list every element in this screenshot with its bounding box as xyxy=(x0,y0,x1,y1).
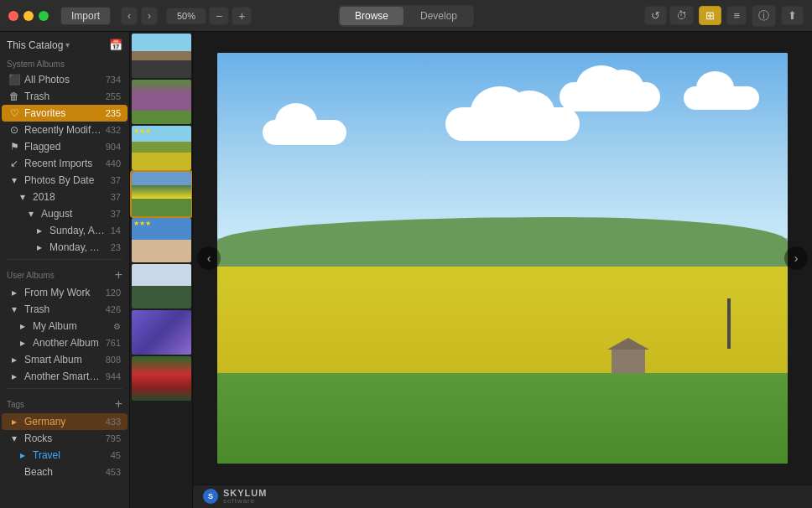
sidebar-item-recently-modified[interactable]: ⊙ Recently Modified 432 xyxy=(2,122,128,138)
favorites-label: Favorites xyxy=(24,107,102,119)
from-work-label: From My Work xyxy=(24,287,102,298)
view-tabs: Browse Develop xyxy=(338,5,474,27)
chevron-day2-icon: ▸ xyxy=(34,241,45,253)
forward-button[interactable]: › xyxy=(141,7,158,25)
flag-icon: ⚑ xyxy=(8,141,20,153)
sidebar-item-2018[interactable]: ▾ 2018 37 xyxy=(2,189,128,205)
photos-icon: ⬛ xyxy=(8,74,20,86)
minimize-button[interactable] xyxy=(23,11,34,21)
trash-system-label: Trash xyxy=(24,91,102,102)
photos-by-date-count: 37 xyxy=(111,175,121,185)
maximize-button[interactable] xyxy=(39,11,49,21)
sidebar-item-trash-system[interactable]: 🗑 Trash 255 xyxy=(2,88,128,105)
tab-develop[interactable]: Develop xyxy=(405,7,472,25)
catalog-dropdown[interactable]: This Catalog ▾ xyxy=(7,39,70,51)
germany-label: Germany xyxy=(24,416,102,428)
thumbnail-3[interactable]: ★★★ xyxy=(132,126,191,170)
undo-button[interactable]: ↺ xyxy=(644,6,667,25)
beach-count: 453 xyxy=(106,467,121,477)
calendar-icon[interactable]: 📅 xyxy=(109,39,122,51)
traffic-lights xyxy=(8,11,49,21)
sidebar-item-monday[interactable]: ▸ Monday, Aug 6 23 xyxy=(2,239,128,256)
tag-germany-icon: ▸ xyxy=(8,416,20,428)
thumbnail-2[interactable] xyxy=(132,80,191,124)
tab-browse[interactable]: Browse xyxy=(340,7,403,25)
sidebar-item-smart-album[interactable]: ▸ Smart Album 808 xyxy=(2,351,128,368)
recently-modified-label: Recently Modified xyxy=(24,124,102,136)
undo-redo-group: ↺ ⏱ xyxy=(644,6,694,25)
thumbnail-7[interactable] xyxy=(132,310,191,355)
divider-1 xyxy=(7,259,122,260)
sidebar-item-travel[interactable]: ▸ Travel 45 xyxy=(2,447,128,464)
chevron-right-icon: ▾ xyxy=(8,174,20,186)
trash-user-count: 426 xyxy=(106,304,121,314)
august-count: 37 xyxy=(111,209,121,219)
thumbnail-8[interactable] xyxy=(132,356,191,401)
grid-view-button[interactable]: ⊞ xyxy=(699,6,721,25)
germany-count: 433 xyxy=(106,417,121,427)
chevron-month-icon: ▾ xyxy=(25,208,37,220)
sidebar-item-beach[interactable]: Beach 453 xyxy=(2,464,128,480)
all-photos-count: 734 xyxy=(106,75,121,85)
sidebar-item-recent-imports[interactable]: ↙ Recent Imports 440 xyxy=(2,155,128,172)
photo-next-button[interactable]: › xyxy=(784,246,808,270)
info-button[interactable]: ⓘ xyxy=(752,5,776,27)
flagged-label: Flagged xyxy=(24,141,102,153)
sidebar-item-all-photos[interactable]: ⬛ All Photos 734 xyxy=(2,71,128,88)
sidebar-item-trash-user[interactable]: ▾ Trash 426 xyxy=(2,301,128,318)
system-albums-label: System Albums xyxy=(0,54,129,71)
another-album-count: 761 xyxy=(106,338,121,348)
zoom-out-button[interactable]: − xyxy=(209,7,229,25)
my-album-label: My Album xyxy=(33,320,109,332)
sidebar-item-favorites[interactable]: ♡ Favorites 235 xyxy=(2,105,128,122)
beach-label: Beach xyxy=(24,466,102,478)
import-icon: ↙ xyxy=(8,158,20,169)
landscape-art xyxy=(217,53,788,464)
share-button[interactable]: ⬆ xyxy=(781,6,804,25)
sidebar-item-flagged[interactable]: ⚑ Flagged 904 xyxy=(2,138,128,155)
user-albums-label: User Albums xyxy=(7,271,55,280)
heart-icon: ♡ xyxy=(8,107,20,119)
thumbnail-1[interactable] xyxy=(132,34,191,78)
travel-label: Travel xyxy=(33,449,107,461)
trash-user-label: Trash xyxy=(24,303,102,315)
august-label: August xyxy=(41,208,107,220)
smart-album-count: 808 xyxy=(106,355,121,365)
sidebar-item-another-smart[interactable]: ▸ Another Smart A... 944 xyxy=(2,368,128,385)
sunday-count: 14 xyxy=(111,225,121,236)
cloud-2 xyxy=(445,107,580,141)
sidebar-item-germany[interactable]: ▸ Germany 433 xyxy=(2,413,128,430)
back-button[interactable]: ‹ xyxy=(121,7,138,25)
redo-button[interactable]: ⏱ xyxy=(669,6,694,25)
add-album-button[interactable]: + xyxy=(115,268,122,282)
recent-imports-label: Recent Imports xyxy=(24,158,102,169)
sidebar-item-my-album[interactable]: ▸ My Album ⚙ xyxy=(2,318,128,334)
folder-trash-icon: ▾ xyxy=(8,303,20,315)
list-view-button[interactable]: ≡ xyxy=(726,6,747,25)
nav-arrows: ‹ › xyxy=(121,7,158,25)
another-smart-label: Another Smart A... xyxy=(24,371,102,382)
sidebar-item-rocks[interactable]: ▾ Rocks 795 xyxy=(2,430,128,447)
another-album-label: Another Album xyxy=(33,337,102,349)
barn xyxy=(612,348,645,373)
thumbnail-6[interactable] xyxy=(132,264,191,308)
chevron-year-icon: ▾ xyxy=(17,191,29,203)
thumbnail-5[interactable]: ★★★ xyxy=(132,218,191,262)
barn-roof xyxy=(607,338,649,350)
skylum-sub: software xyxy=(223,498,267,505)
tags-header: Tags + xyxy=(0,392,129,413)
sidebar-item-august[interactable]: ▾ August 37 xyxy=(2,205,128,222)
titlebar: Import ‹ › 50% − + Browse Develop ↺ ⏱ ⊞ … xyxy=(0,0,812,32)
thumbnail-4[interactable] xyxy=(132,172,191,216)
sidebar-item-from-work[interactable]: ▸ From My Work 120 xyxy=(2,284,128,301)
sidebar-item-sunday[interactable]: ▸ Sunday, Aug 5 14 xyxy=(2,222,128,239)
field-green xyxy=(217,373,788,464)
add-tag-button[interactable]: + xyxy=(115,397,122,411)
zoom-in-button[interactable]: + xyxy=(232,7,252,25)
sidebar-item-another-album[interactable]: ▸ Another Album 761 xyxy=(2,334,128,351)
sidebar-item-photos-by-date[interactable]: ▾ Photos By Date 37 xyxy=(2,172,128,189)
close-button[interactable] xyxy=(8,11,18,21)
photo-prev-button[interactable]: ‹ xyxy=(197,246,221,270)
import-button[interactable]: Import xyxy=(60,7,111,25)
tag-travel-icon: ▸ xyxy=(17,449,29,461)
